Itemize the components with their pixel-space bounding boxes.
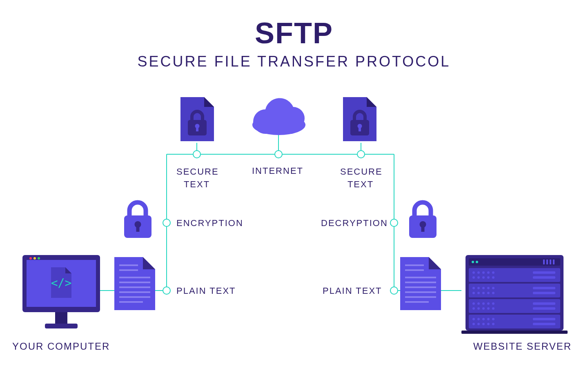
svg-point-36 (482, 276, 485, 279)
svg-point-19 (476, 261, 478, 263)
padlock-icon (122, 200, 153, 240)
server-icon (461, 255, 568, 338)
svg-point-67 (487, 318, 490, 320)
svg-point-59 (477, 307, 480, 310)
svg-point-54 (482, 302, 485, 305)
decryption-label: DECRYPTION (321, 218, 388, 229)
svg-point-35 (477, 276, 480, 279)
plain-text-right-label: PLAIN TEXT (323, 286, 382, 296)
svg-point-47 (477, 292, 480, 294)
svg-rect-103 (359, 126, 361, 131)
svg-point-46 (472, 292, 475, 294)
svg-rect-20 (543, 260, 545, 264)
svg-point-60 (482, 307, 485, 310)
svg-point-74 (492, 323, 494, 325)
secure-text-left-label: SECURE TEXT (176, 166, 217, 191)
svg-point-29 (477, 271, 480, 274)
svg-rect-24 (469, 268, 560, 282)
svg-point-1 (163, 219, 170, 226)
website-server-label: WEBSITE SERVER (473, 341, 572, 352)
svg-point-55 (487, 302, 490, 305)
svg-point-43 (487, 287, 490, 289)
svg-point-34 (472, 276, 475, 279)
svg-point-70 (472, 323, 475, 325)
svg-point-37 (487, 276, 490, 279)
plain-text-left-label: PLAIN TEXT (176, 286, 236, 296)
svg-point-40 (472, 287, 475, 289)
internet-label: INTERNET (251, 166, 304, 176)
svg-point-58 (472, 307, 475, 310)
svg-point-31 (487, 271, 490, 274)
svg-point-10 (33, 257, 36, 260)
svg-point-9 (29, 257, 32, 260)
cloud-icon (252, 97, 307, 138)
plain-text-file-icon (400, 257, 441, 312)
svg-point-0 (163, 287, 170, 294)
svg-rect-33 (533, 271, 555, 274)
svg-point-28 (472, 271, 475, 274)
svg-point-48 (482, 292, 485, 294)
svg-point-42 (482, 287, 485, 289)
svg-point-72 (482, 323, 485, 325)
secure-file-icon (180, 97, 214, 143)
svg-point-65 (477, 318, 480, 320)
encryption-label: ENCRYPTION (176, 218, 243, 229)
your-computer-label: YOUR COMPUTER (12, 341, 110, 352)
svg-point-49 (487, 292, 490, 294)
svg-rect-21 (546, 260, 548, 264)
svg-point-61 (487, 307, 490, 310)
svg-point-38 (492, 276, 494, 279)
svg-point-2 (193, 151, 200, 158)
svg-rect-13 (45, 324, 78, 328)
secure-file-icon (343, 97, 376, 143)
svg-point-32 (492, 271, 494, 274)
svg-rect-22 (550, 260, 551, 264)
svg-point-30 (482, 271, 485, 274)
svg-rect-26 (469, 299, 560, 313)
svg-rect-12 (55, 312, 67, 324)
svg-point-11 (38, 257, 40, 260)
svg-rect-45 (533, 287, 555, 289)
svg-rect-51 (533, 292, 555, 294)
svg-point-6 (390, 287, 398, 294)
svg-point-66 (482, 318, 485, 320)
svg-text:</>: </> (51, 276, 72, 290)
svg-rect-97 (421, 224, 425, 232)
svg-point-50 (492, 292, 494, 294)
svg-point-73 (487, 323, 490, 325)
svg-point-62 (492, 307, 494, 310)
svg-rect-63 (533, 307, 555, 310)
plain-text-file-icon (114, 257, 155, 312)
svg-rect-25 (469, 284, 560, 297)
svg-rect-15 (461, 331, 568, 334)
svg-point-52 (472, 302, 475, 305)
secure-text-right-label: SECURE TEXT (340, 166, 381, 191)
svg-point-56 (492, 302, 494, 305)
svg-rect-75 (533, 323, 555, 325)
svg-point-71 (477, 323, 480, 325)
svg-point-3 (275, 151, 282, 158)
svg-point-53 (477, 302, 480, 305)
svg-point-18 (472, 261, 474, 263)
svg-rect-100 (196, 126, 198, 131)
svg-point-64 (472, 318, 475, 320)
svg-point-104 (252, 115, 305, 135)
computer-icon: </> (22, 255, 100, 338)
svg-rect-39 (533, 276, 555, 279)
svg-point-4 (357, 151, 365, 158)
svg-rect-69 (533, 318, 555, 320)
svg-rect-94 (136, 224, 140, 232)
svg-point-5 (390, 219, 398, 226)
svg-point-41 (477, 287, 480, 289)
svg-rect-23 (553, 260, 555, 264)
svg-point-44 (492, 287, 494, 289)
padlock-icon (408, 200, 438, 240)
svg-rect-57 (533, 302, 555, 305)
svg-rect-27 (469, 315, 560, 328)
svg-point-68 (492, 318, 494, 320)
